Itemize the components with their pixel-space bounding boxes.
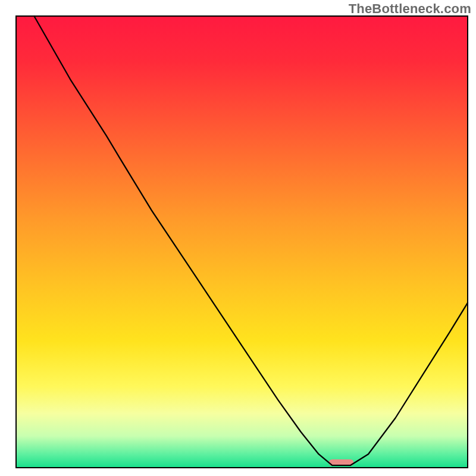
gradient-background [16,16,468,468]
watermark-text: TheBottleneck.com [349,1,471,17]
chart-svg [0,0,476,476]
bottleneck-chart: TheBottleneck.com [0,0,476,476]
